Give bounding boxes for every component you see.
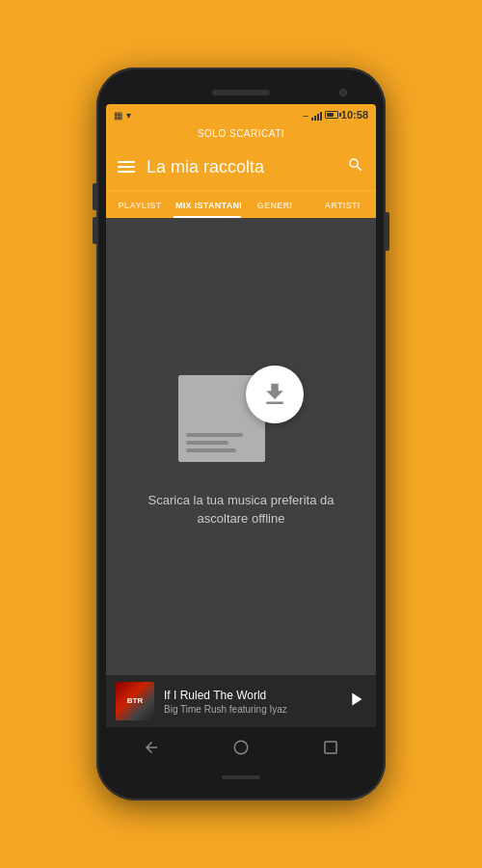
volume-down-button[interactable] [93,217,96,244]
download-illustration [178,366,304,472]
home-button[interactable] [222,728,260,767]
empty-state-message: Scarica la tua musica preferita da ascol… [148,491,335,529]
search-button[interactable] [347,156,364,178]
power-button[interactable] [386,212,389,251]
phone-top-area [106,81,376,104]
menu-button[interactable] [118,161,135,173]
battery-icon [325,111,338,119]
phone-device: ▦ ▾ – 10:58 SOLO SCARICATI [96,68,386,800]
gallery-icon: ▦ [114,110,122,121]
notification-icon: ▾ [126,110,131,121]
download-circle [246,366,304,423]
tab-generi[interactable]: GENERI [241,191,308,218]
tab-mix-istantanei[interactable]: MIX ISTANTANEI [174,191,241,218]
speaker [212,90,270,95]
album-art: BTR [116,682,154,720]
minus-icon: – [303,110,308,121]
status-left-icons: ▦ ▾ [114,110,131,121]
phone-bottom-area [106,768,376,787]
app-bar-title: La mia raccolta [147,157,335,177]
offline-mode-bar: SOLO SCARICATI [106,125,376,144]
now-playing-bar[interactable]: BTR If I Ruled The World Big Time Rush f… [106,675,376,727]
phone-screen: ▦ ▾ – 10:58 SOLO SCARICATI [106,104,376,768]
tab-playlist[interactable]: PLAYLIST [106,191,174,218]
volume-up-button[interactable] [93,183,96,210]
tabs-bar: PLAYLIST MIX ISTANTANEI GENERI ARTISTI [106,190,376,218]
play-button[interactable] [345,689,366,715]
track-info: If I Ruled The World Big Time Rush featu… [164,689,335,715]
back-button[interactable] [132,728,171,767]
album-art-image: BTR [116,682,154,720]
svg-rect-1 [325,742,336,753]
tab-artisti[interactable]: ARTISTI [308,191,376,218]
app-bar: La mia raccolta [106,144,376,190]
music-line-1 [186,433,243,437]
recents-button[interactable] [311,728,350,767]
bottom-nav [106,727,376,768]
status-bar: ▦ ▾ – 10:58 [106,104,376,125]
track-title: If I Ruled The World [164,689,335,702]
status-time: 10:58 [341,109,368,121]
home-indicator [222,775,260,779]
music-line-2 [186,441,228,445]
music-line-3 [186,448,236,452]
svg-point-0 [234,741,248,754]
signal-strength [311,109,322,121]
camera [339,89,347,96]
status-right-icons: – 10:58 [303,109,368,121]
track-artist: Big Time Rush featuring Iyaz [164,704,335,715]
main-content: Scarica la tua musica preferita da ascol… [106,218,376,675]
